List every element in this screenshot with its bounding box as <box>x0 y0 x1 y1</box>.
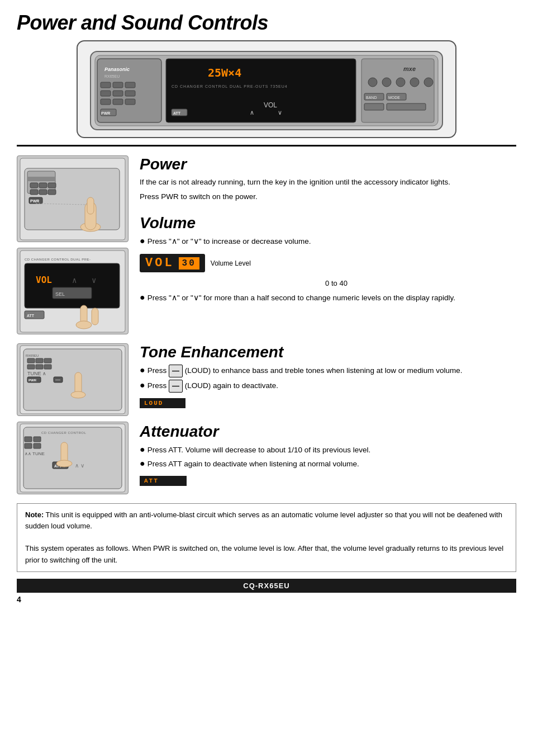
svg-rect-43 <box>48 183 56 188</box>
svg-text:∧: ∧ <box>72 276 77 285</box>
svg-rect-10 <box>125 91 135 96</box>
bottom-bar-label: CQ-RX65EU <box>243 582 289 590</box>
svg-rect-74 <box>44 365 51 369</box>
svg-text:ATT: ATT <box>173 111 181 115</box>
vol-level: 30 <box>179 257 199 270</box>
svg-text:∨: ∨ <box>92 276 96 285</box>
svg-rect-46 <box>48 190 56 195</box>
volume-bullet2: ● Press "∧" or "∨" for more than a half … <box>140 292 516 304</box>
svg-text:RX65EU: RX65EU <box>26 354 39 357</box>
volume-section: Volume ● Press "∧" or "∨" to increase or… <box>140 214 516 304</box>
att-bullet2-text: Press ATT again to deactivate when liste… <box>147 458 359 470</box>
volume-display-row: VOL 30 Volume Level <box>140 251 516 276</box>
tone-section: Tone Enhancement ● Press — (LOUD) to enh… <box>140 343 516 412</box>
tone-bullet1: ● Press — (LOUD) to enhance bass and tre… <box>140 365 516 377</box>
bullet-dot: ● <box>140 235 145 247</box>
attenuator-heading: Attenuator <box>140 423 516 441</box>
volume-thumb-svg: CD CHANGER CONTROL DUAL PRE- VOL ∧ ∨ SEL… <box>19 249 126 333</box>
svg-point-94 <box>56 460 72 467</box>
svg-rect-51 <box>87 197 94 214</box>
section-divider <box>17 145 516 147</box>
svg-text:TUNE ∧: TUNE ∧ <box>27 371 46 376</box>
svg-rect-64 <box>92 308 98 325</box>
svg-rect-45 <box>39 190 47 195</box>
att-display-box: ATT <box>140 472 516 489</box>
vol-text: VOL <box>145 256 174 270</box>
tone-bullet1-text: Press — (LOUD) to enhance bass and trebl… <box>147 365 463 377</box>
svg-rect-87 <box>25 443 32 448</box>
note-text2: This system operates as follows. When PW… <box>25 544 503 564</box>
svg-text:CD CHANGER CONTROL  DUAL PRE-: CD CHANGER CONTROL DUAL PRE- <box>25 258 91 261</box>
svg-rect-6 <box>113 82 123 88</box>
svg-text:∨: ∨ <box>278 109 282 116</box>
svg-point-65 <box>76 321 92 329</box>
loud-display: LOUD <box>140 398 185 408</box>
loud-btn-inline: — <box>169 365 183 377</box>
svg-rect-9 <box>113 91 123 96</box>
svg-rect-36 <box>387 103 426 110</box>
svg-rect-13 <box>125 99 135 105</box>
svg-rect-85 <box>25 437 32 442</box>
svg-text:CD CHANGER CONTROL  DUAL PRE-O: CD CHANGER CONTROL DUAL PRE-OUTS 735EU4 <box>172 84 288 88</box>
bullet-dot3: ● <box>140 365 145 376</box>
att-display: ATT <box>140 476 187 486</box>
svg-rect-88 <box>34 443 41 448</box>
svg-text:CD CHANGER CONTROL: CD CHANGER CONTROL <box>41 431 87 434</box>
svg-rect-11 <box>101 99 111 105</box>
att-thumb-svg: CD CHANGER CONTROL ∧∧ TUNE ATT ∧ ∨ <box>19 423 126 493</box>
tone-thumbnail: RX65EU TUNE ∧ PWR — <box>17 343 129 416</box>
svg-rect-55 <box>25 263 120 308</box>
power-thumbnail: PWR <box>17 155 129 242</box>
att-thumbnail: CD CHANGER CONTROL ∧∧ TUNE ATT ∧ ∨ <box>17 422 129 494</box>
power-heading: Power <box>140 155 516 173</box>
svg-rect-69 <box>27 358 35 363</box>
page-title: Power and Sound Controls <box>17 11 516 35</box>
power-section: Power If the car is not already running,… <box>140 155 516 203</box>
svg-text:VOL: VOL <box>36 275 52 285</box>
svg-rect-12 <box>113 99 123 105</box>
volume-display-label: Volume Level <box>211 259 251 267</box>
volume-bullet2-text: Press "∧" or "∨" for more than a half se… <box>147 292 455 304</box>
volume-heading: Volume <box>140 214 516 232</box>
svg-point-29 <box>410 78 419 87</box>
svg-text:—: — <box>55 377 60 382</box>
volume-range: 0 to 40 <box>156 279 516 287</box>
hero-image-container: Panasonic RX65EU PWR 25W×4 CD CHANGER CO… <box>17 40 516 138</box>
svg-rect-44 <box>30 190 38 195</box>
svg-rect-72 <box>27 365 35 369</box>
svg-text:Panasonic: Panasonic <box>104 67 130 72</box>
volume-bullet1: ● Press "∧" or "∨" to increase or decrea… <box>140 235 516 248</box>
svg-text:25W×4: 25W×4 <box>208 66 241 79</box>
attenuator-section: Attenuator ● Press ATT. Volume will decr… <box>140 423 516 489</box>
bullet-dot5: ● <box>140 444 145 456</box>
svg-rect-73 <box>36 365 43 369</box>
svg-rect-70 <box>36 358 43 363</box>
svg-text:PWR: PWR <box>101 111 110 115</box>
svg-text:PWR: PWR <box>30 199 39 203</box>
bullet-dot2: ● <box>140 292 145 304</box>
power-thumb-svg: PWR <box>19 157 126 241</box>
svg-rect-86 <box>34 437 41 442</box>
svg-rect-5 <box>101 82 111 88</box>
svg-text:BAND: BAND <box>366 96 377 100</box>
svg-text:RX65EU: RX65EU <box>104 74 120 78</box>
svg-rect-7 <box>125 82 135 88</box>
svg-rect-41 <box>30 183 38 188</box>
svg-text:mxe: mxe <box>403 65 416 72</box>
svg-text:PWR: PWR <box>28 379 37 382</box>
svg-text:∧∧ TUNE: ∧∧ TUNE <box>25 451 45 456</box>
att-bullet2: ● Press ATT again to deactivate when lis… <box>140 458 516 470</box>
att-bullet1-text: Press ATT. Volume will decrease to about… <box>147 444 371 456</box>
thumbnails-column: PWR CD CHANGER CONTROL DUAL PRE- VOL ∧ ∨ <box>17 155 129 334</box>
svg-point-27 <box>382 78 391 87</box>
svg-rect-42 <box>39 183 47 188</box>
tone-thumb-svg: RX65EU TUNE ∧ PWR — <box>19 344 126 415</box>
thumbnails-column-2: RX65EU TUNE ∧ PWR — <box>17 343 129 494</box>
power-text2: Press PWR to switch on the power. <box>140 191 516 202</box>
page-number: 4 <box>17 595 21 604</box>
svg-rect-24 <box>361 59 434 122</box>
note-label: Note: <box>25 511 44 519</box>
loud-btn-inline2: — <box>169 380 183 393</box>
svg-point-28 <box>396 78 405 87</box>
radio-hero-svg: Panasonic RX65EU PWR 25W×4 CD CHANGER CO… <box>85 43 448 135</box>
